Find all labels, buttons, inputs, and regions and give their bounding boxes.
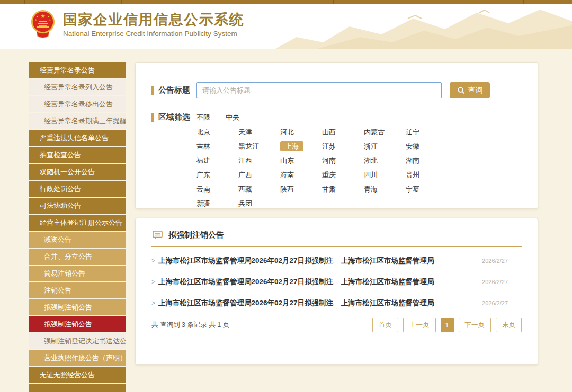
region-option[interactable]: 黑龙江	[238, 142, 280, 151]
search-icon	[457, 86, 465, 94]
result-date: 2026/2/27	[482, 300, 522, 306]
announcement-bubble-icon	[153, 231, 163, 240]
sidebar-item[interactable]: 经营异常名录列入公告	[29, 79, 126, 95]
site-header: ★ ★ ★ ★ ★ 国家企业信用信息公示系统 National Enterpri…	[0, 4, 572, 49]
region-option[interactable]: 广西	[238, 170, 280, 180]
region-option[interactable]: 云南	[196, 185, 238, 194]
sidebar-item[interactable]: 拟强制注销公告	[29, 316, 126, 332]
region-option[interactable]: 广东	[196, 170, 238, 180]
region-option[interactable]: 辽宁	[406, 127, 448, 137]
pagination-button[interactable]: 末页	[496, 318, 522, 332]
region-option[interactable]: 湖南	[406, 156, 448, 166]
region-option[interactable]: 山东	[280, 156, 322, 166]
result-org: 上海市松江区市场监督管理局	[334, 277, 482, 287]
region-option[interactable]: 湖北	[364, 156, 406, 166]
announcement-title-input[interactable]	[196, 82, 442, 98]
chevron-right-icon: >	[151, 299, 158, 307]
main-content: 公告标题 查询 区域筛选	[135, 62, 538, 392]
region-option[interactable]: 山西	[322, 127, 364, 137]
sidebar-item[interactable]: 营业执照作废公告（声明）	[29, 350, 126, 366]
sidebar-item[interactable]: 无证无照经营公告	[29, 367, 126, 383]
sidebar-item-partial[interactable]	[29, 384, 126, 392]
pagination-button[interactable]: 上一页	[403, 318, 436, 332]
region-option[interactable]: 福建	[196, 156, 238, 166]
search-panel: 公告标题 查询 区域筛选	[135, 62, 538, 209]
sidebar-item[interactable]: 强制注销登记决定书送达公告	[29, 333, 126, 349]
region-option[interactable]: 贵州	[406, 170, 448, 180]
top-nav-strip	[0, 0, 572, 4]
results-summary: 共 查询到 3 条记录 共 1 页	[151, 321, 229, 330]
result-title-link[interactable]: 上海市松江区市场监督管理局2026年02月27日拟强制注...	[158, 256, 334, 266]
region-option[interactable]: 浙江	[364, 142, 406, 151]
pagination: 首页上一页1下一页末页	[368, 318, 522, 332]
region-filter-label: 区域筛选	[151, 112, 196, 122]
region-option[interactable]: 西藏	[238, 185, 280, 194]
result-title-link[interactable]: 上海市松江区市场监督管理局2026年02月27日拟强制注...	[158, 298, 334, 308]
result-row: >上海市松江区市场监督管理局2026年02月27日拟强制注...上海市松江区市场…	[151, 250, 522, 271]
sidebar-item[interactable]: 经营异常名录期满三年提醒	[29, 113, 126, 129]
search-button[interactable]: 查询	[450, 82, 490, 98]
region-option[interactable]: 新疆	[196, 199, 238, 208]
page: ★ ★ ★ ★ ★ 国家企业信用信息公示系统 National Enterpri…	[0, 0, 572, 392]
sidebar-item[interactable]: 注销公告	[29, 282, 126, 298]
region-option[interactable]: 江西	[238, 156, 280, 166]
region-grid: 北京天津河北山西内蒙古辽宁吉林黑龙江上海江苏浙江安徽福建江西山东河南湖北湖南广东…	[196, 127, 448, 208]
result-title-link[interactable]: 上海市松江区市场监督管理局2026年02月27日拟强制注...	[158, 277, 334, 287]
results-section-title: 拟强制注销公告	[168, 230, 224, 240]
sidebar-item[interactable]: 简易注销公告	[29, 266, 126, 281]
sidebar-item[interactable]: 减资公告	[29, 232, 126, 248]
national-emblem-logo: ★ ★ ★ ★ ★	[30, 10, 56, 39]
sidebar-item[interactable]: 双随机一公开公告	[29, 164, 126, 180]
sidebar-item[interactable]: 司法协助公告	[29, 198, 126, 214]
sidebar-item[interactable]: 合并、分立公告	[29, 249, 126, 265]
region-option[interactable]: 海南	[280, 170, 322, 180]
chevron-right-icon: >	[151, 257, 158, 265]
region-option[interactable]: 北京	[196, 127, 238, 137]
gold-bar-icon	[151, 86, 154, 95]
gold-bar-icon	[151, 113, 154, 122]
result-row: >上海市松江区市场监督管理局2026年02月27日拟强制注...上海市松江区市场…	[151, 293, 522, 314]
results-list: >上海市松江区市场监督管理局2026年02月27日拟强制注...上海市松江区市场…	[151, 250, 522, 314]
region-option[interactable]: 河北	[280, 127, 322, 137]
chevron-right-icon: >	[151, 278, 158, 286]
region-option[interactable]: 重庆	[322, 170, 364, 180]
region-option[interactable]: 内蒙古	[364, 127, 406, 137]
region-option[interactable]: 安徽	[406, 142, 448, 151]
sidebar-item[interactable]: 经营异常名录移出公告	[29, 96, 126, 112]
result-org: 上海市松江区市场监督管理局	[334, 256, 482, 266]
svg-text:★: ★	[47, 15, 49, 18]
result-org: 上海市松江区市场监督管理局	[334, 298, 482, 308]
sidebar-item[interactable]: 严重违法失信名单公告	[29, 130, 126, 146]
site-title-cn: 国家企业信用信息公示系统	[63, 11, 244, 28]
region-option[interactable]: 上海	[280, 142, 322, 151]
pagination-button[interactable]: 下一页	[459, 318, 491, 332]
region-option[interactable]: 不限	[196, 113, 210, 122]
sidebar-item[interactable]: 行政处罚公告	[29, 181, 126, 197]
region-option[interactable]: 吉林	[196, 142, 238, 151]
site-title-en: National Enterprise Credit Information P…	[63, 30, 244, 38]
region-option[interactable]: 江苏	[322, 142, 364, 151]
announcement-title-label: 公告标题	[151, 85, 196, 95]
results-panel: 拟强制注销公告 >上海市松江区市场监督管理局2026年02月27日拟强制注...…	[135, 218, 538, 365]
sidebar-item[interactable]: 抽查检查公告	[29, 147, 126, 163]
region-option[interactable]: 天津	[238, 127, 280, 137]
svg-text:★: ★	[36, 15, 38, 18]
region-option[interactable]: 中央	[226, 113, 239, 122]
region-option[interactable]: 宁夏	[406, 185, 448, 194]
region-option[interactable]: 甘肃	[322, 185, 364, 194]
region-option[interactable]: 四川	[364, 170, 406, 180]
region-option[interactable]: 青海	[364, 185, 406, 194]
result-date: 2026/2/27	[482, 258, 522, 264]
region-option[interactable]: 兵团	[238, 199, 280, 208]
svg-text:★: ★	[40, 13, 45, 19]
sidebar-item[interactable]: 拟强制注销公告	[29, 299, 126, 315]
svg-text:★: ★	[49, 19, 51, 21]
result-row: >上海市松江区市场监督管理局2026年02月27日拟强制注...上海市松江区市场…	[151, 271, 522, 293]
region-option[interactable]: 陕西	[280, 185, 322, 194]
sidebar-item[interactable]: 经营主体登记注册公示公告	[29, 215, 126, 231]
pagination-button[interactable]: 首页	[372, 318, 398, 332]
region-option[interactable]: 河南	[322, 156, 364, 166]
sidebar-item[interactable]: 经营异常名录公告	[29, 62, 126, 78]
svg-text:★: ★	[34, 19, 37, 21]
pagination-button[interactable]: 1	[441, 318, 454, 332]
